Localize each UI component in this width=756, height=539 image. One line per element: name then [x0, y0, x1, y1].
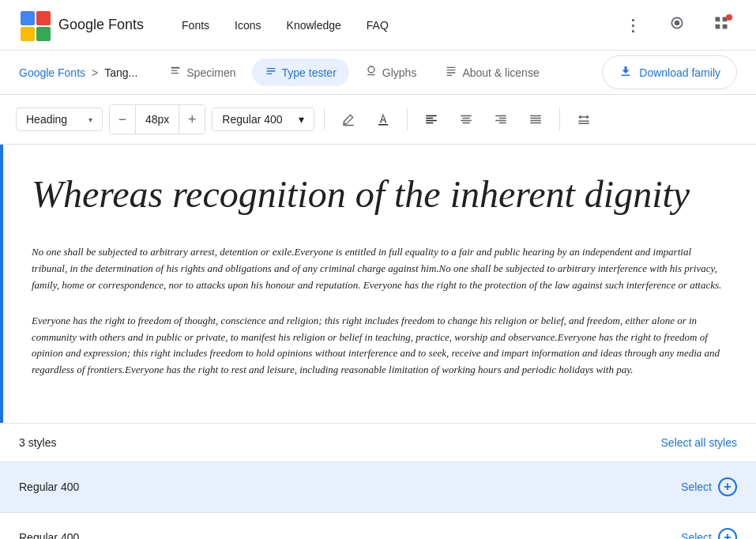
tab-specimen-label: Specimen: [186, 66, 235, 79]
download-family-label: Download family: [639, 66, 720, 79]
svg-rect-0: [21, 11, 35, 25]
breadcrumb: Google Fonts > Tang...: [19, 66, 137, 79]
svg-rect-2: [21, 27, 35, 41]
download-family-button[interactable]: Download family: [602, 55, 737, 89]
font-size-value: 48px: [135, 105, 179, 134]
top-navigation: Google Fonts Fonts Icons Knowledge FAQ ⋮: [0, 0, 756, 51]
nav-link-fonts[interactable]: Fonts: [182, 19, 209, 32]
toolbar: Heading ▾ − 48px + Regular 400 ▾: [0, 95, 756, 145]
logo-text: Google Fonts: [58, 17, 144, 33]
svg-rect-5: [716, 17, 720, 22]
font-weight-selector[interactable]: Regular 400 ▾: [212, 107, 314, 131]
tab-type-tester-label: Type tester: [282, 66, 337, 79]
svg-point-4: [675, 21, 680, 26]
align-center-button[interactable]: [452, 105, 480, 134]
preview-heading-text[interactable]: Whereas recognition of the inherent dign…: [32, 170, 724, 219]
tab-about-label: About & license: [462, 66, 539, 79]
sub-navigation: Google Fonts > Tang... Specimen Type tes…: [0, 51, 756, 95]
align-right-button[interactable]: [487, 105, 515, 134]
select-style-1-label: Select: [681, 481, 712, 493]
align-right-icon: [494, 112, 508, 126]
text-style-selector[interactable]: Heading ▾: [16, 107, 103, 131]
highlight-icon: [341, 112, 355, 126]
text-style-chevron-icon: ▾: [88, 115, 92, 124]
select-style-1-button[interactable]: Select +: [681, 477, 737, 496]
align-left-icon: [424, 112, 438, 126]
glyphs-icon: [365, 65, 378, 80]
svg-rect-7: [716, 24, 720, 29]
tab-specimen[interactable]: Specimen: [156, 58, 248, 86]
style-row-1: Regular 400 Select +: [0, 462, 756, 513]
select-style-2-label: Select: [681, 531, 712, 539]
breadcrumb-separator: >: [92, 66, 98, 79]
svg-rect-8: [723, 24, 728, 29]
increase-size-button[interactable]: +: [179, 105, 205, 134]
google-fonts-logo-icon: [19, 9, 51, 41]
tab-about-license[interactable]: About & license: [432, 58, 551, 86]
svg-rect-12: [378, 124, 388, 126]
breadcrumb-home-link[interactable]: Google Fonts: [19, 66, 85, 79]
svg-rect-10: [171, 70, 178, 71]
sub-tabs: Specimen Type tester Glyphs About & lice…: [156, 58, 602, 86]
select-all-styles-link[interactable]: Select all styles: [661, 436, 737, 449]
style-name-1: Regular 400: [19, 481, 79, 493]
svg-rect-3: [36, 27, 51, 41]
theme-icon: [669, 15, 685, 35]
tab-type-tester[interactable]: Type tester: [252, 58, 349, 86]
select-style-2-button[interactable]: Select +: [681, 528, 737, 539]
text-color-icon: [376, 112, 390, 126]
align-center-icon: [459, 112, 473, 126]
select-style-1-plus-icon: +: [718, 477, 737, 496]
theme-toggle-button[interactable]: [661, 9, 693, 41]
toolbar-divider-2: [407, 108, 408, 130]
logo-link[interactable]: Google Fonts: [19, 9, 144, 41]
text-color-button[interactable]: [369, 105, 397, 134]
svg-rect-11: [171, 73, 179, 74]
tab-glyphs-label: Glyphs: [382, 66, 417, 79]
font-size-control: − 48px +: [109, 104, 205, 134]
tab-glyphs[interactable]: Glyphs: [352, 58, 430, 86]
text-style-label: Heading: [26, 113, 67, 126]
download-icon: [619, 64, 633, 81]
style-name-2: Regular 400: [19, 531, 79, 539]
svg-rect-9: [171, 67, 180, 69]
more-icon: ⋮: [625, 16, 641, 35]
nav-links: Fonts Icons Knowledge FAQ: [182, 19, 592, 32]
toolbar-divider-1: [324, 108, 325, 130]
font-weight-label: Regular 400: [222, 113, 282, 126]
font-weight-chevron-icon: ▾: [299, 113, 304, 126]
line-spacing-icon: [577, 112, 591, 126]
breadcrumb-current-font: Tang...: [104, 66, 137, 79]
justify-icon: [528, 112, 543, 126]
preview-body-text-1[interactable]: No one shall be subjected to arbitrary a…: [32, 244, 724, 293]
justify-button[interactable]: [521, 105, 550, 134]
decrease-size-button[interactable]: −: [110, 105, 135, 134]
apps-button[interactable]: [705, 9, 737, 41]
more-options-button[interactable]: ⋮: [617, 9, 649, 41]
type-tester-icon: [265, 65, 277, 80]
specimen-icon: [169, 65, 182, 80]
nav-link-faq[interactable]: FAQ: [367, 19, 389, 32]
select-style-2-plus-icon: +: [718, 528, 737, 539]
highlight-color-button[interactable]: [334, 105, 363, 134]
nav-actions: ⋮: [617, 9, 737, 41]
about-icon: [445, 65, 457, 80]
svg-rect-1: [36, 11, 51, 25]
styles-count: 3 styles: [19, 436, 56, 449]
style-row-2: Regular 400 Select +: [0, 513, 756, 539]
align-left-button[interactable]: [417, 105, 446, 134]
preview-body-text-2[interactable]: Everyone has the right to freedom of tho…: [32, 313, 724, 379]
preview-area: Whereas recognition of the inherent dign…: [0, 145, 756, 424]
left-accent-bar: [0, 145, 3, 423]
apps-notification-dot: [726, 14, 732, 21]
nav-link-icons[interactable]: Icons: [235, 19, 261, 32]
toolbar-divider-3: [559, 108, 560, 130]
line-spacing-button[interactable]: [570, 105, 598, 134]
nav-link-knowledge[interactable]: Knowledge: [287, 19, 341, 32]
styles-section: 3 styles Select all styles Regular 400 S…: [0, 424, 756, 539]
content-wrapper: Heading ▾ − 48px + Regular 400 ▾: [0, 95, 756, 539]
styles-header: 3 styles Select all styles: [0, 424, 756, 462]
